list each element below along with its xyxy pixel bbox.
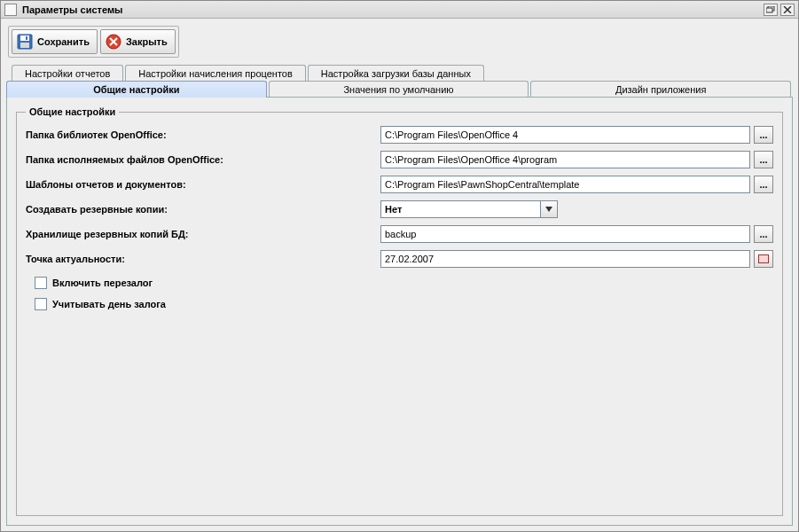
input-oo-lib[interactable] — [380, 126, 750, 144]
save-button[interactable]: Сохранить — [12, 29, 98, 54]
restore-icon — [766, 6, 775, 13]
tab-general-settings[interactable]: Общие настройки — [6, 81, 267, 98]
browse-oo-exe-button[interactable]: ... — [754, 151, 773, 168]
tab-row-1: Настройки отчетов Настройки начисления п… — [6, 65, 793, 82]
input-templates[interactable] — [380, 176, 750, 193]
label-oo-exe: Папка исполняемых файлов OpenOffice: — [26, 154, 380, 165]
tab-label: Настройки отчетов — [25, 68, 110, 79]
tab-default-values[interactable]: Значения по умолчанию — [269, 81, 529, 98]
checkbox-box[interactable] — [35, 277, 47, 289]
chevron-down-icon — [545, 207, 552, 212]
select-backup-create[interactable] — [380, 200, 558, 218]
titlebar[interactable]: Параметры системы — [1, 1, 798, 19]
input-backup-store[interactable] — [380, 225, 750, 243]
label-oo-lib: Папка библиотек OpenOffice: — [26, 129, 380, 140]
calendar-icon — [758, 254, 769, 263]
browse-backup-store-button[interactable]: ... — [754, 225, 773, 243]
checkbox-label: Включить перезалог — [52, 278, 153, 288]
tab-reports-settings[interactable]: Настройки отчетов — [12, 65, 123, 82]
input-oo-exe[interactable] — [380, 151, 750, 168]
tab-label: Значения по умолчанию — [343, 84, 453, 95]
label-backup-create: Создавать резервные копии: — [26, 204, 380, 215]
date-picker-button[interactable] — [754, 250, 773, 268]
close-button[interactable] — [780, 4, 795, 16]
svg-rect-5 — [20, 35, 29, 41]
svg-rect-6 — [20, 43, 29, 48]
tab-row-2: Общие настройки Значения по умолчанию Ди… — [6, 81, 793, 98]
close-toolbar-button[interactable]: Закрыть — [100, 29, 176, 54]
checkbox-count-pledge-day[interactable]: Учитывать день залога — [35, 298, 773, 310]
row-oo-exe: Папка исполняемых файлов OpenOffice: ... — [26, 151, 773, 168]
tab-db-load-settings[interactable]: Настройка загрузки базы данных — [308, 65, 484, 82]
toolbar: Сохранить Закрыть — [1, 19, 798, 65]
tab-interest-settings[interactable]: Настройки начисления процентов — [125, 65, 306, 82]
tab-panel: Общие настройки Папка библиотек OpenOffi… — [6, 97, 793, 526]
row-templates: Шаблоны отчетов и документов: ... — [26, 176, 773, 193]
window-icon — [4, 4, 17, 16]
checkbox-box[interactable] — [35, 298, 47, 310]
dropdown-button[interactable] — [540, 200, 558, 218]
browse-templates-button[interactable]: ... — [754, 176, 773, 193]
save-button-label: Сохранить — [37, 36, 90, 47]
row-oo-lib: Папка библиотек OpenOffice: ... — [26, 126, 773, 144]
tab-label: Настройки начисления процентов — [138, 68, 293, 79]
label-backup-store: Хранилище резервных копий БД: — [26, 229, 380, 239]
checkbox-label: Учитывать день залога — [52, 299, 166, 309]
svg-rect-1 — [766, 8, 772, 12]
close-toolbar-icon — [105, 33, 122, 51]
content-area: Настройки отчетов Настройки начисления п… — [1, 65, 798, 531]
general-settings-fieldset: Общие настройки Папка библиотек OpenOffi… — [16, 106, 783, 516]
svg-marker-11 — [545, 207, 552, 212]
label-templates: Шаблоны отчетов и документов: — [26, 179, 380, 190]
checkbox-enable-repledge[interactable]: Включить перезалог — [35, 277, 773, 289]
save-icon — [16, 33, 34, 51]
restore-button[interactable] — [764, 4, 778, 16]
close-toolbar-button-label: Закрыть — [126, 36, 168, 47]
row-actual-point: Точка актуальности: — [26, 250, 773, 268]
system-parameters-window: Параметры системы — [0, 0, 799, 532]
row-backup-create: Создавать резервные копии: — [26, 200, 773, 218]
svg-rect-7 — [26, 36, 27, 40]
tab-app-design[interactable]: Дизайн приложения — [530, 81, 791, 98]
fieldset-legend: Общие настройки — [26, 106, 119, 117]
tab-label: Общие настройки — [93, 84, 179, 95]
window-title: Параметры системы — [22, 4, 122, 15]
tab-label: Настройка загрузки базы данных — [321, 68, 471, 79]
tab-label: Дизайн приложения — [615, 84, 706, 95]
select-backup-create-display[interactable] — [380, 200, 540, 218]
close-icon — [783, 6, 792, 13]
input-actual-point[interactable] — [380, 250, 750, 268]
row-backup-store: Хранилище резервных копий БД: ... — [26, 225, 773, 243]
label-actual-point: Точка актуальности: — [26, 254, 380, 264]
toolbar-frame: Сохранить Закрыть — [8, 26, 179, 58]
browse-oo-lib-button[interactable]: ... — [754, 126, 773, 144]
